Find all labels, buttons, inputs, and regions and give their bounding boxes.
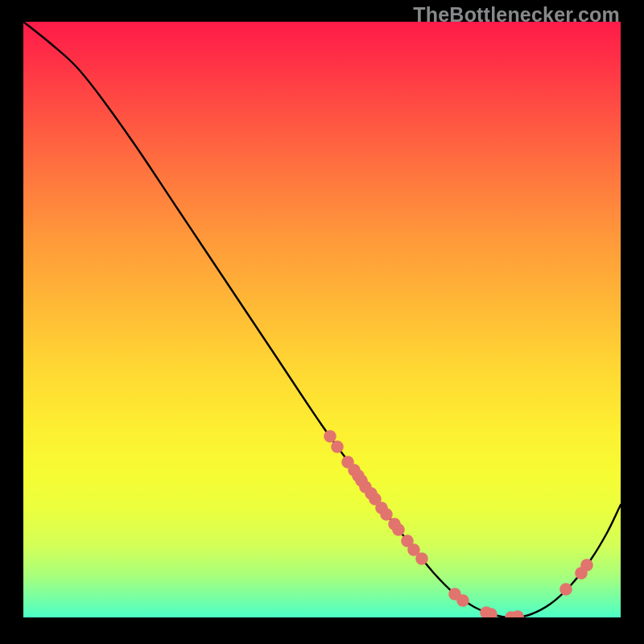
data-point-marker — [456, 594, 469, 607]
data-point-marker — [380, 508, 393, 521]
chart-overlay — [23, 22, 621, 617]
data-point-marker — [392, 523, 405, 536]
data-point-marker — [324, 430, 336, 443]
data-point-marker — [415, 552, 428, 565]
marker-group — [324, 430, 593, 617]
data-point-marker — [511, 610, 524, 617]
data-point-marker — [559, 583, 572, 596]
bottleneck-curve — [23, 22, 621, 617]
data-point-marker — [331, 440, 344, 453]
data-point-marker — [580, 559, 593, 572]
